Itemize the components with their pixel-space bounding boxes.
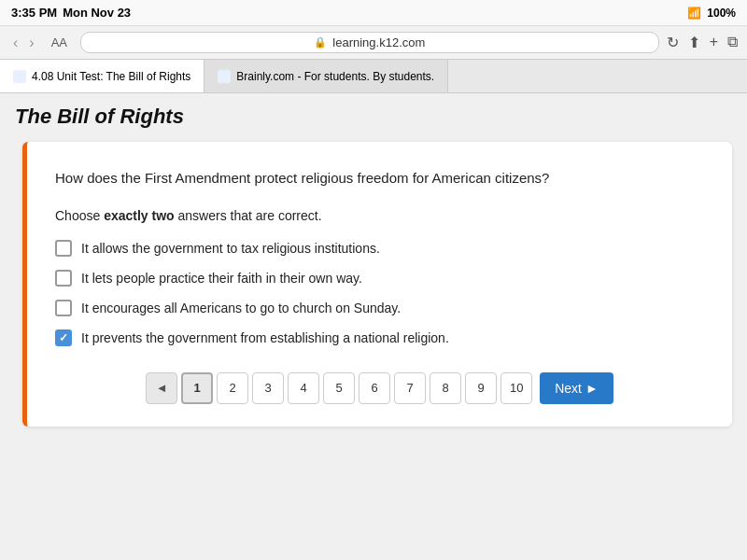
checkbox-1[interactable] — [55, 240, 72, 257]
date-display: Mon Nov 23 — [63, 6, 131, 20]
tab-favicon-2 — [218, 70, 231, 83]
address-bar[interactable]: 🔒 learning.k12.com — [80, 32, 659, 53]
browser-chrome: ‹ › AA 🔒 learning.k12.com ↻ ⬆ + ⧉ — [0, 26, 747, 60]
page-button-9[interactable]: 9 — [465, 372, 497, 404]
tab-inactive[interactable]: Brainly.com - For students. By students. — [204, 60, 448, 92]
question-card: How does the First Amendment protect rel… — [22, 142, 732, 427]
page-button-4[interactable]: 4 — [288, 372, 319, 404]
tab-active[interactable]: 4.08 Unit Test: The Bill of Rights — [0, 60, 204, 92]
lock-icon: 🔒 — [314, 36, 327, 49]
page-button-5[interactable]: 5 — [323, 372, 355, 404]
battery-display: 100% — [707, 7, 736, 20]
answer-text-4: It prevents the government from establis… — [81, 330, 449, 345]
answer-text-1: It allows the government to tax religiou… — [81, 241, 380, 256]
page-button-1[interactable]: 1 — [181, 372, 213, 404]
page-button-10[interactable]: 10 — [500, 372, 532, 404]
url-text: learning.k12.com — [332, 35, 425, 49]
answer-item-4[interactable]: It prevents the government from establis… — [55, 329, 704, 346]
checkbox-4[interactable] — [55, 329, 72, 346]
answer-item-1[interactable]: It allows the government to tax religiou… — [55, 240, 704, 257]
page-button-2[interactable]: 2 — [217, 372, 248, 404]
page-button-3[interactable]: 3 — [252, 372, 284, 404]
checkbox-2[interactable] — [55, 270, 72, 287]
tabs-button[interactable]: ⧉ — [727, 34, 738, 51]
tab-favicon-1 — [13, 70, 26, 83]
reader-mode-button[interactable]: AA — [46, 34, 73, 51]
answer-item-2[interactable]: It lets people practice their faith in t… — [55, 270, 704, 287]
checkbox-3[interactable] — [55, 300, 72, 316]
wifi-icon: 📶 — [687, 7, 701, 20]
tab-bar: 4.08 Unit Test: The Bill of Rights Brain… — [0, 60, 747, 93]
next-button[interactable]: Next ► — [540, 372, 613, 404]
pagination: ◄ 1 2 3 4 5 6 7 8 9 10 Next ► — [55, 372, 704, 404]
answer-list: It allows the government to tax religiou… — [55, 240, 704, 346]
page-button-6[interactable]: 6 — [359, 372, 390, 404]
forward-button[interactable]: › — [25, 33, 37, 53]
time-display: 3:35 PM — [11, 6, 57, 20]
instruction-text: Choose exactly two answers that are corr… — [55, 208, 704, 223]
tab-label-2: Brainly.com - For students. By students. — [236, 70, 434, 83]
tab-label-1: 4.08 Unit Test: The Bill of Rights — [32, 70, 190, 83]
new-tab-button[interactable]: + — [710, 34, 718, 51]
prev-page-button[interactable]: ◄ — [146, 372, 177, 404]
reload-button[interactable]: ↻ — [667, 34, 679, 51]
status-bar: 3:35 PM Mon Nov 23 📶 100% — [0, 0, 747, 26]
answer-text-3: It encourages all Americans to go to chu… — [81, 301, 401, 315]
page-title: The Bill of Rights — [15, 105, 732, 129]
answer-item-3[interactable]: It encourages all Americans to go to chu… — [55, 300, 704, 316]
page-button-7[interactable]: 7 — [394, 372, 426, 404]
answer-text-2: It lets people practice their faith in t… — [81, 271, 362, 286]
share-button[interactable]: ⬆ — [688, 34, 700, 51]
question-text: How does the First Amendment protect rel… — [55, 168, 704, 189]
page-content: The Bill of Rights How does the First Am… — [0, 93, 747, 553]
back-button[interactable]: ‹ — [9, 33, 21, 53]
page-button-8[interactable]: 8 — [430, 372, 461, 404]
